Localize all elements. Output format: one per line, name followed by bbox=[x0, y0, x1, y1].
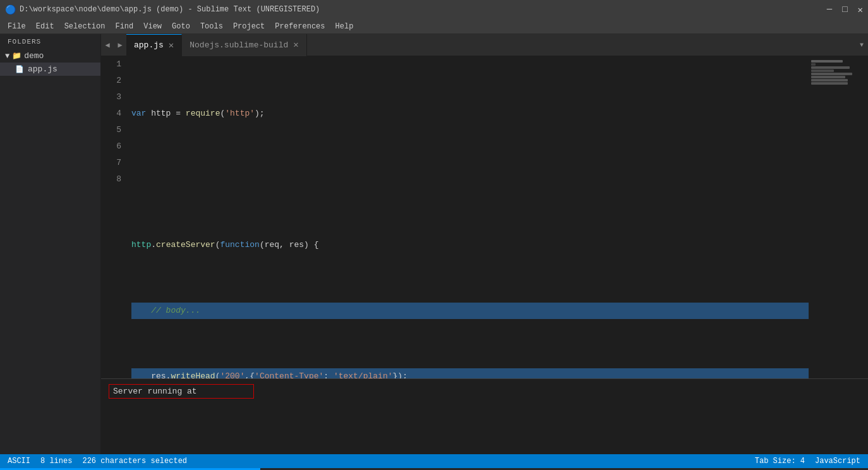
file-name: app.js bbox=[28, 64, 57, 74]
folder-symbol: 📁 bbox=[12, 51, 21, 61]
tab-size-status: Tab Size: 4 bbox=[755, 457, 805, 466]
line-num-8: 8 bbox=[101, 171, 121, 188]
encoding-status: ASCII bbox=[8, 457, 30, 466]
line-num-1: 1 bbox=[101, 56, 121, 73]
code-editor[interactable]: 1 2 3 4 5 6 7 8 var http = require('http… bbox=[101, 56, 868, 378]
vertical-scrollbar[interactable] bbox=[859, 56, 868, 378]
editor-area: ◀ ▶ app.js ✕ Nodejs.sublime-build ✕ ▼ 1 … bbox=[101, 34, 868, 454]
minimap-content bbox=[809, 56, 859, 89]
tab-bar: ◀ ▶ app.js ✕ Nodejs.sublime-build ✕ ▼ bbox=[101, 34, 868, 56]
code-line-4: // body... bbox=[131, 303, 809, 319]
folder-icon: ▼ bbox=[5, 52, 9, 61]
line-num-6: 6 bbox=[101, 138, 121, 155]
code-line-5: res.writeHead('200',{'Content-Type': 'te… bbox=[131, 368, 809, 378]
lines-status: 8 lines bbox=[40, 457, 72, 466]
tab-prev-button[interactable]: ◀ bbox=[101, 34, 114, 56]
minimize-button[interactable]: ─ bbox=[827, 4, 832, 15]
status-right: Tab Size: 4 JavaScript bbox=[755, 457, 860, 466]
window-controls: ─ □ ✕ bbox=[827, 4, 863, 15]
find-input[interactable] bbox=[109, 384, 254, 399]
title-text: D:\workspace\node\demo\app.js (demo) - S… bbox=[20, 5, 320, 14]
minimap bbox=[809, 56, 859, 378]
status-left: ASCII 8 lines 226 characters selected bbox=[8, 457, 187, 466]
find-input-wrapper bbox=[109, 384, 860, 399]
tab-next-button[interactable]: ▶ bbox=[114, 34, 126, 56]
close-button[interactable]: ✕ bbox=[858, 4, 863, 15]
line-num-2: 2 bbox=[101, 73, 121, 89]
menu-view[interactable]: View bbox=[138, 21, 167, 32]
menu-goto[interactable]: Goto bbox=[167, 21, 195, 32]
line-num-5: 5 bbox=[101, 122, 121, 138]
code-line-3: http.createServer(function(req, res) { bbox=[131, 237, 809, 253]
line-num-7: 7 bbox=[101, 155, 121, 171]
menu-edit[interactable]: Edit bbox=[31, 21, 59, 32]
maximize-button[interactable]: □ bbox=[842, 4, 847, 15]
sidebar: FOLDERS ▼ 📁 demo 📄 app.js bbox=[0, 34, 101, 454]
language-status: JavaScript bbox=[815, 457, 860, 466]
tab-dropdown-button[interactable]: ▼ bbox=[855, 34, 868, 56]
menu-project[interactable]: Project bbox=[228, 21, 270, 32]
title-bar: 🔵 D:\workspace\node\demo\app.js (demo) -… bbox=[0, 0, 868, 19]
menu-preferences[interactable]: Preferences bbox=[270, 21, 330, 32]
folder-name: demo bbox=[24, 51, 44, 61]
code-line-2 bbox=[131, 171, 809, 188]
code-content[interactable]: var http = require('http'); http.createS… bbox=[126, 56, 809, 378]
menu-bar: File Edit Selection Find View Goto Tools… bbox=[0, 19, 868, 34]
file-item-appjs[interactable]: 📄 app.js bbox=[0, 63, 100, 76]
file-icon: 📄 bbox=[15, 65, 24, 73]
selection-status: 226 characters selected bbox=[82, 457, 187, 466]
line-num-3: 3 bbox=[101, 89, 121, 105]
menu-find[interactable]: Find bbox=[110, 21, 138, 32]
menu-file[interactable]: File bbox=[3, 21, 31, 32]
tab-sublime-build[interactable]: Nodejs.sublime-build ✕ bbox=[182, 34, 306, 56]
menu-help[interactable]: Help bbox=[330, 21, 359, 32]
main-container: FOLDERS ▼ 📁 demo 📄 app.js ◀ ▶ app.js ✕ N… bbox=[0, 34, 868, 454]
app-icon: 🔵 bbox=[5, 4, 16, 15]
status-bar: ASCII 8 lines 226 characters selected Ta… bbox=[0, 454, 868, 468]
line-numbers: 1 2 3 4 5 6 7 8 bbox=[101, 56, 126, 378]
tab-sublime-build-close[interactable]: ✕ bbox=[293, 40, 298, 49]
tab-appjs[interactable]: app.js ✕ bbox=[126, 34, 182, 56]
menu-tools[interactable]: Tools bbox=[195, 21, 228, 32]
folders-header: FOLDERS bbox=[0, 34, 100, 49]
folder-item-demo[interactable]: ▼ 📁 demo bbox=[0, 49, 100, 63]
find-bar bbox=[101, 378, 868, 454]
tab-sublime-build-label: Nodejs.sublime-build bbox=[190, 40, 288, 50]
tab-appjs-close[interactable]: ✕ bbox=[169, 41, 174, 50]
line-num-4: 4 bbox=[101, 105, 121, 122]
tab-appjs-label: app.js bbox=[134, 40, 164, 50]
menu-selection[interactable]: Selection bbox=[59, 21, 111, 32]
code-line-1: var http = require('http'); bbox=[131, 105, 809, 122]
